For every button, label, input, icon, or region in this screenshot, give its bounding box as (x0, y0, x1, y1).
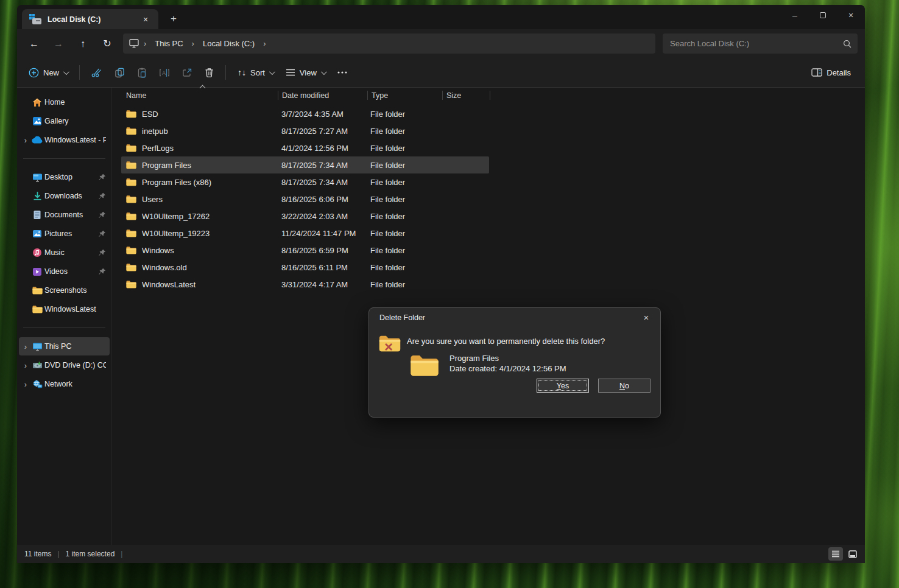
close-button[interactable]: × (837, 5, 865, 26)
chevron-down-icon (63, 69, 69, 75)
copy-icon (115, 68, 125, 78)
sidebar-item-label: This PC (44, 342, 106, 351)
toolbar-divider (225, 65, 226, 80)
folder-icon (126, 110, 136, 118)
file-row-windowslatest[interactable]: WindowsLatest 3/31/2024 4:17 AM File fol… (121, 276, 489, 293)
view-button[interactable]: View (280, 62, 331, 83)
sidebar-item-pictures[interactable]: Pictures (19, 225, 110, 243)
sidebar-item-onedrive[interactable]: › WindowsLatest - Pe (19, 131, 110, 149)
search-box[interactable] (663, 33, 858, 54)
maximize-button[interactable] (809, 5, 837, 26)
sidebar-item-gallery[interactable]: Gallery (19, 112, 110, 130)
file-row-windows[interactable]: Windows 8/16/2025 6:59 PM File folder (121, 242, 489, 259)
dialog-title-bar[interactable]: Delete Folder × (369, 308, 660, 327)
sidebar-item-music[interactable]: Music (19, 243, 110, 262)
file-name: Windows (142, 246, 174, 255)
file-row-windows-old[interactable]: Windows.old 8/16/2025 6:11 PM File folde… (121, 259, 489, 276)
share-button[interactable] (177, 62, 198, 83)
large-icons-view-button[interactable] (845, 547, 860, 561)
sort-button[interactable]: ↑↓ Sort (232, 62, 279, 83)
sidebar-item-videos[interactable]: Videos (19, 262, 110, 281)
column-header-name[interactable]: Name (121, 91, 278, 100)
explorer-tab[interactable]: Local Disk (C:) × (22, 9, 158, 29)
search-input[interactable] (670, 39, 843, 48)
sidebar-item-dvd-drive[interactable]: › DVD Drive (D:) CCC (19, 356, 110, 374)
rename-icon: A (159, 68, 170, 77)
chevron-down-icon (269, 69, 275, 75)
folder-icon (126, 263, 136, 271)
pin-icon (99, 230, 106, 237)
sidebar-item-downloads[interactable]: Downloads (19, 187, 110, 205)
status-bar: 11 items | 1 item selected | (17, 545, 865, 563)
sidebar-item-windowslatest[interactable]: WindowsLatest (19, 300, 110, 318)
forward-button[interactable]: → (48, 34, 69, 54)
rename-button[interactable]: A (153, 62, 175, 83)
refresh-button[interactable]: ↻ (96, 34, 118, 54)
music-icon (31, 247, 43, 258)
sidebar-item-documents[interactable]: Documents (19, 206, 110, 224)
paste-button[interactable] (132, 62, 152, 83)
file-row-esd[interactable]: ESD 3/7/2024 4:35 AM File folder (121, 105, 489, 122)
sidebar-item-desktop[interactable]: Desktop (19, 168, 110, 186)
new-tab-button[interactable]: + (164, 10, 183, 28)
file-name: Program Files (142, 161, 191, 170)
file-date: 3/7/2024 4:35 AM (278, 110, 367, 119)
new-button[interactable]: New (23, 62, 73, 83)
file-type: File folder (367, 195, 441, 204)
dialog-close-icon[interactable]: × (638, 310, 654, 325)
file-row-w10ultemp-17262[interactable]: W10Ultemp_17262 3/22/2024 2:03 AM File f… (121, 208, 489, 225)
no-button[interactable]: No (598, 379, 650, 393)
breadcrumb-this-pc[interactable]: This PC (151, 37, 186, 50)
column-header-date-modified[interactable]: Date modified (278, 91, 367, 100)
file-row-program-files-x86[interactable]: Program Files (x86) 8/17/2025 7:34 AM Fi… (121, 173, 489, 191)
tab-close-icon[interactable]: × (139, 13, 152, 26)
breadcrumb-local-disk[interactable]: Local Disk (C:) (199, 37, 258, 50)
chevron-expand-icon[interactable]: › (21, 136, 30, 145)
desktop-wallpaper: Local Disk (C:) × + – × ← → ↑ ↻ › This P… (0, 0, 899, 588)
chevron-down-icon (321, 69, 327, 75)
up-button[interactable]: ↑ (72, 34, 94, 54)
file-row-users[interactable]: Users 8/16/2025 6:06 PM File folder (121, 191, 489, 208)
minimize-button[interactable]: – (781, 5, 809, 26)
file-row-perflogs[interactable]: PerfLogs 4/1/2024 12:56 PM File folder (121, 139, 489, 156)
chevron-expand-icon[interactable]: › (21, 361, 30, 370)
details-pane-button[interactable]: Details (806, 62, 856, 83)
breadcrumb[interactable]: › This PC › Local Disk (C:) › (123, 33, 655, 54)
column-divider[interactable] (490, 91, 490, 100)
file-type: File folder (367, 161, 441, 170)
sidebar-item-screenshots[interactable]: Screenshots (19, 281, 110, 299)
file-row-w10ultemp-19223[interactable]: W10Ultemp_19223 11/24/2024 11:47 PM File… (121, 225, 489, 242)
share-icon (182, 68, 192, 77)
toolbar-divider (79, 65, 80, 80)
cut-button[interactable] (86, 62, 108, 83)
chevron-expand-icon[interactable]: › (21, 342, 30, 351)
folder-icon (126, 161, 136, 169)
sidebar-item-home[interactable]: Home (19, 93, 110, 111)
navigation-sidebar: Home Gallery › WindowsLatest - Pe (17, 88, 111, 545)
file-row-inetpub[interactable]: inetpub 8/17/2025 7:27 AM File folder (121, 122, 489, 139)
videos-icon (31, 266, 43, 277)
see-more-button[interactable] (332, 62, 353, 83)
delete-button[interactable] (199, 62, 219, 83)
column-header-size[interactable]: Size (443, 91, 490, 100)
folder-icon (31, 285, 43, 296)
chevron-expand-icon[interactable]: › (21, 380, 30, 389)
details-view-button[interactable] (828, 547, 843, 561)
back-button[interactable]: ← (23, 34, 45, 54)
column-header-type[interactable]: Type (368, 91, 442, 100)
copy-button[interactable] (109, 62, 130, 83)
sidebar-item-this-pc[interactable]: › This PC (19, 337, 110, 355)
folder-icon (126, 178, 136, 186)
selection-count: 1 item selected (66, 550, 115, 558)
sidebar-item-network[interactable]: › Network (19, 375, 110, 393)
status-divider: | (57, 550, 59, 558)
yes-button[interactable]: Yes (537, 379, 589, 393)
view-toggles (828, 547, 860, 561)
yes-key: Y (557, 382, 561, 390)
sort-arrows-icon: ↑↓ (238, 68, 246, 77)
file-date: 11/24/2024 11:47 PM (278, 229, 367, 238)
file-row-program-files[interactable]: Program Files 8/17/2025 7:34 AM File fol… (121, 156, 489, 173)
file-name: Windows.old (142, 263, 187, 272)
tab-title: Local Disk (C:) (48, 15, 133, 24)
sort-button-label: Sort (250, 68, 265, 77)
